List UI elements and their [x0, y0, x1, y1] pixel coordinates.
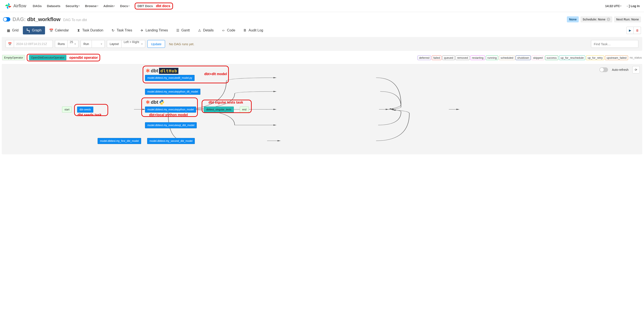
info-icon: i	[607, 18, 610, 21]
runs-select[interactable]: 25	[68, 40, 79, 48]
trigger-dag-button[interactable]: ▶	[626, 27, 634, 34]
operator-empty[interactable]: EmptyOperator	[2, 55, 25, 60]
state-failed[interactable]: failed	[432, 55, 442, 60]
pill-next-run[interactable]: Next Run: None	[614, 16, 641, 22]
nav-dags[interactable]: DAGs	[33, 4, 42, 8]
auto-refresh-label: Auto-refresh	[612, 68, 628, 71]
tab-calendar[interactable]: 📅Calendar	[46, 26, 72, 34]
delete-dag-button[interactable]: 🗑	[634, 27, 641, 34]
anno-label-dlt-model: dbt+dlt model	[204, 72, 227, 76]
tab-gantt[interactable]: ☰Gantt	[172, 26, 193, 34]
nav-right: 14:22 UTC▾ →] Log In	[605, 4, 640, 8]
tab-code[interactable]: ‹›Code	[218, 26, 239, 34]
state-up_for_retry[interactable]: up_for_retry	[586, 55, 604, 60]
auto-refresh-toggle[interactable]	[600, 67, 608, 72]
node-executesql-dbt-model[interactable]: model.dbttest.my_executesql_dbt_model	[145, 122, 197, 128]
state-queued[interactable]: queued	[442, 55, 454, 60]
run-label: Run	[80, 40, 92, 48]
nav-security[interactable]: Security▾	[66, 4, 80, 8]
dbt-docs-annotation-label: dbt docs	[156, 4, 170, 8]
log-icon: 🗎	[243, 28, 247, 32]
state-running[interactable]: running	[486, 55, 498, 60]
airflow-logo[interactable]: Airflow	[4, 2, 26, 10]
login-icon: →]	[626, 4, 630, 8]
chevron-down-icon: ▾	[128, 5, 130, 7]
tab-task-duration[interactable]: ⧗Task Duration	[73, 26, 107, 34]
node-first-dbt-model[interactable]: model.dbttest.my_first_dbt_model	[98, 138, 141, 144]
update-button[interactable]: Update	[147, 40, 165, 48]
chevron-down-icon: ▾	[79, 5, 80, 7]
base-date-input[interactable]: 2024-12-09T14:21:21Z	[14, 40, 53, 48]
navbar: Airflow DAGs Datasets Security▾ Browse▾ …	[0, 0, 644, 12]
time-display[interactable]: 14:22 UTC▾	[605, 4, 622, 8]
node-second-dbt-model[interactable]: model.dbttest.my_second_dbt_model	[147, 138, 195, 144]
anno-label-seeds: dbt seeds task	[78, 113, 102, 117]
airflow-pinwheel-icon	[4, 2, 12, 10]
state-scheduled[interactable]: scheduled	[499, 55, 515, 60]
graph-icon: ┗┓	[26, 28, 30, 32]
state-skipped[interactable]: skipped	[532, 55, 544, 60]
pill-none[interactable]: None	[567, 16, 579, 22]
landing-icon: ✈	[140, 28, 144, 32]
anno-label-python-model: dbt+local python model	[149, 113, 188, 117]
opendbt-annotation-label: opendbt operator	[70, 56, 98, 60]
nav-admin[interactable]: Admin▾	[104, 4, 115, 8]
brand-text: Airflow	[13, 3, 26, 8]
chevron-down-icon: ▾	[114, 5, 115, 7]
tab-landing-times[interactable]: ✈Landing Times	[136, 26, 171, 34]
hourglass-icon: ⧗	[77, 28, 80, 32]
nav-datasets[interactable]: Datasets	[47, 4, 60, 8]
find-task-input[interactable]	[591, 40, 638, 48]
gantt-icon: ☰	[176, 28, 180, 32]
chevron-down-icon: ▾	[97, 5, 98, 7]
nav-docs[interactable]: Docs▾	[120, 4, 130, 8]
operator-opendbt[interactable]: OpenDbtExecutorOperator	[29, 55, 66, 60]
view-tabs: ▦Grid ┗┓Graph 📅Calendar ⧗Task Duration ↻…	[0, 24, 644, 36]
state-no-status: no_status	[630, 56, 642, 59]
nav-dbt-docs[interactable]: DBT Docs	[138, 4, 153, 8]
tab-task-tries[interactable]: ↻Task Tries	[108, 26, 136, 34]
graph-canvas[interactable]: Auto-refresh ⟳ start dbt-seeds model.dbt…	[2, 64, 642, 154]
runs-label: Runs	[55, 40, 68, 48]
state-shutdown[interactable]: shutdown	[516, 55, 531, 60]
run-select[interactable]	[92, 40, 105, 48]
state-removed[interactable]: removed	[456, 55, 470, 60]
layout-select[interactable]: Left > Right	[122, 40, 145, 48]
code-icon: ‹›	[222, 28, 225, 32]
refresh-button[interactable]: ⟳	[632, 66, 640, 73]
opendbt-annotation-box: OpenDbtExecutorOperator opendbt operator	[27, 54, 100, 61]
dbt-docs-annotation-box: DBT Docs dbt docs	[135, 2, 173, 9]
layout-label: Layout	[107, 40, 122, 48]
node-start[interactable]: start	[62, 107, 72, 113]
calendar-icon[interactable]: 📅	[6, 40, 14, 48]
tab-details[interactable]: ⚠Details	[194, 26, 217, 34]
pill-schedule[interactable]: Schedule: Nonei	[580, 16, 612, 22]
retry-icon: ↻	[111, 28, 115, 32]
nav-browse[interactable]: Browse▾	[85, 4, 98, 8]
tab-graph[interactable]: ┗┓Graph	[23, 26, 45, 34]
dag-header: DAG: dbt_workflow DAG To run dbt None Sc…	[0, 12, 644, 24]
grid-icon: ▦	[6, 28, 10, 32]
state-success[interactable]: success	[545, 55, 558, 60]
login-button[interactable]: →] Log In	[626, 4, 640, 8]
warning-icon: ⚠	[198, 28, 202, 32]
no-runs-message: No DAG runs yet.	[169, 42, 194, 46]
calendar-icon: 📅	[49, 28, 53, 32]
dag-title: DAG: dbt_workflow DAG To run dbt	[12, 16, 87, 22]
legend-row: EmptyOperator OpenDbtExecutorOperator op…	[0, 51, 644, 63]
state-deferred[interactable]: deferred	[418, 55, 431, 60]
state-upstream_failed[interactable]: upstream_failed	[605, 55, 628, 60]
chevron-down-icon: ▾	[620, 5, 622, 7]
tab-grid[interactable]: ▦Grid	[3, 26, 22, 34]
dag-pills: None Schedule: Nonei Next Run: None	[567, 16, 641, 22]
anno-label-tests: dbt sigular tests task	[208, 100, 243, 104]
state-restarting[interactable]: restarting	[470, 55, 485, 60]
graph-controls-bar: 📅 2024-12-09T14:21:21Z Runs 25 Run Layou…	[2, 37, 642, 51]
dag-toggle[interactable]	[3, 17, 10, 21]
state-up_for_reschedule[interactable]: up_for_reschedule	[559, 55, 586, 60]
nav-links: DAGs Datasets Security▾ Browse▾ Admin▾ D…	[33, 2, 173, 9]
node-executepython-dlt-model[interactable]: model.dbttest.my_executepython_dlt_model	[145, 89, 200, 95]
tab-audit-log[interactable]: 🗎Audit Log	[240, 26, 267, 34]
